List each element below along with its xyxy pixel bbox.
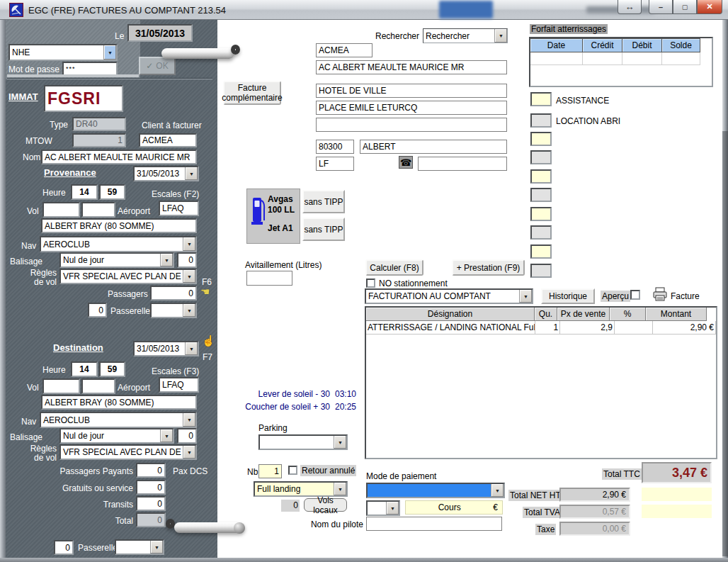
assistance-checkbox[interactable] [530, 92, 552, 106]
destination-place-field[interactable]: ALBERT BRAY (80 SOMME) [41, 395, 197, 410]
passerelle2-qty[interactable]: 0 [54, 540, 74, 555]
immat-field[interactable]: FGSRI [44, 85, 123, 112]
option-box-8[interactable] [530, 225, 552, 240]
invoice-row[interactable]: ATTERRISSAGE / LANDING NATIONAL Full lan… [366, 321, 716, 335]
customer-cp-field[interactable]: 80300 [316, 140, 354, 154]
gratuits-field[interactable]: 0 [136, 480, 166, 495]
provenance-minute-field[interactable]: 59 [99, 184, 125, 200]
destination-balisage-qty[interactable]: 0 [177, 428, 197, 444]
provenance-vol1-field[interactable] [42, 202, 80, 218]
passerelle2-combobox[interactable]: ▼ [115, 539, 164, 555]
chevron-down-icon[interactable]: ▼ [160, 429, 173, 442]
sans-tipp-jet-button[interactable]: sans TIPP [302, 218, 345, 241]
customer-name-field[interactable]: AC ALBERT MEAULTE MAURICE MR [316, 60, 507, 74]
facturation-mode-combobox[interactable]: FACTURATION AU COMPTANT ▼ [365, 288, 533, 304]
provenance-aeroport-field[interactable]: LFAQ [159, 201, 199, 216]
destination-date-combobox[interactable]: 31/05/2013 ▼ [133, 341, 199, 356]
customer-addr1-field[interactable]: HOTEL DE VILLE [316, 84, 507, 98]
provenance-passagers-field[interactable]: 0 [150, 286, 197, 300]
provenance-passerelle-qty[interactable]: 0 [88, 303, 107, 317]
ok-button[interactable]: ✓ OK [139, 57, 176, 75]
option-box-3[interactable] [530, 132, 552, 146]
chevron-down-icon[interactable]: ▼ [103, 45, 116, 60]
customer-code-field[interactable]: ACMEA [316, 43, 372, 57]
provenance-vol2-field[interactable] [81, 202, 115, 218]
option-box-4[interactable] [530, 150, 552, 164]
option-box-5[interactable] [530, 169, 552, 184]
rechercher-combobox[interactable]: Rechercher ▼ [423, 28, 508, 43]
provenance-passerelle-combobox[interactable]: ▼ [150, 303, 197, 318]
forfait-empty-row[interactable] [530, 52, 712, 65]
mode-paiement-combobox[interactable]: ▼ [366, 483, 505, 498]
minimize-button[interactable]: – [649, 0, 673, 14]
transits-field[interactable]: 0 [136, 496, 166, 511]
chevron-down-icon[interactable]: ▼ [185, 342, 198, 355]
customer-addr3-field[interactable] [316, 118, 507, 132]
provenance-hour-field[interactable]: 14 [71, 184, 98, 200]
destination-aeroport-field[interactable]: LFAQ [159, 377, 199, 393]
provenance-date-combobox[interactable]: 31/05/2013 ▼ [133, 166, 199, 181]
provenance-nav-combobox[interactable]: AEROCLUB ▼ [40, 236, 197, 252]
provenance-regles-combobox[interactable]: VFR SPECIAL AVEC PLAN DE VOL ▼ [59, 269, 197, 284]
printer-icon[interactable] [652, 287, 668, 301]
nb-field[interactable]: 1 [258, 464, 282, 478]
maximize-button[interactable]: ▢ [673, 0, 697, 14]
chevron-down-icon[interactable]: ▼ [334, 436, 346, 449]
destination-nav-combobox[interactable]: AEROCLUB ▼ [40, 412, 197, 428]
devise-combobox[interactable]: ▼ [366, 500, 400, 516]
chevron-down-icon[interactable]: ▼ [183, 237, 195, 251]
avitaillement-field[interactable] [246, 271, 292, 286]
vols-locaux-button[interactable]: Vols locaux [304, 498, 347, 512]
option-box-7[interactable] [530, 207, 552, 221]
customer-ville-field[interactable]: ALBERT [360, 140, 507, 154]
option-box-6[interactable] [530, 188, 552, 202]
chevron-down-icon[interactable]: ▼ [150, 541, 163, 553]
chevron-down-icon[interactable]: ▼ [519, 290, 532, 303]
client-code-field[interactable]: ACMEA [139, 133, 197, 147]
right-scrollbar[interactable] [722, 131, 728, 556]
resize-button[interactable]: ↔ [618, 0, 642, 14]
provenance-balisage-qty[interactable]: 0 [177, 252, 197, 268]
hand-up-icon[interactable]: ☝ [202, 335, 215, 347]
customer-phone-field[interactable] [418, 157, 507, 171]
chevron-down-icon[interactable]: ▼ [183, 413, 195, 427]
destination-regles-combobox[interactable]: VFR SPECIAL AVEC PLAN DE VOL ▼ [59, 444, 197, 460]
chevron-down-icon[interactable]: ▼ [185, 167, 198, 180]
historique-button[interactable]: Historique [541, 288, 595, 304]
apercu-checkbox[interactable] [630, 290, 640, 300]
payants-field[interactable]: 0 [136, 463, 166, 478]
redacted-toolbar-button[interactable] [439, 1, 493, 18]
facture-complementaire-button[interactable]: Facture complémentaire [223, 81, 281, 105]
user-combobox[interactable]: NHE ▼ [8, 44, 118, 61]
sans-tipp-avgas-button[interactable]: sans TIPP [302, 190, 345, 213]
destination-vol1-field[interactable] [42, 378, 80, 394]
nom-field[interactable]: AC ALBERT MEAULTE MAURICE MR [41, 150, 197, 164]
pilote-field[interactable] [366, 517, 502, 531]
chevron-down-icon[interactable]: ▼ [386, 502, 399, 515]
close-button[interactable]: ✕ [697, 0, 722, 14]
chevron-down-icon[interactable]: ▼ [491, 484, 504, 497]
no-stationnement-checkbox[interactable] [366, 279, 375, 288]
location-abri-checkbox[interactable] [530, 113, 552, 128]
destination-hour-field[interactable]: 14 [71, 361, 98, 377]
calculer-button[interactable]: Calculer (F8) [365, 259, 423, 276]
parking-combobox[interactable]: ▼ [258, 434, 348, 450]
destination-vol2-field[interactable] [81, 378, 115, 394]
prestation-button[interactable]: + Prestation (F9) [452, 259, 525, 276]
phone-icon[interactable]: ☎ [399, 156, 413, 169]
retour-annule-checkbox[interactable] [288, 466, 297, 475]
option-box-10[interactable] [530, 264, 552, 278]
chevron-down-icon[interactable]: ▼ [494, 29, 507, 43]
option-box-9[interactable] [530, 245, 552, 259]
provenance-balisage-combobox[interactable]: Nul de jour ▼ [59, 252, 174, 268]
chevron-down-icon[interactable]: ▼ [183, 446, 195, 459]
customer-country-field[interactable]: LF [316, 157, 354, 171]
provenance-place-field[interactable]: ALBERT BRAY (80 SOMME) [41, 218, 197, 233]
chevron-down-icon[interactable]: ▼ [183, 270, 195, 283]
facture-label[interactable]: Facture [671, 291, 700, 301]
destination-minute-field[interactable]: 59 [99, 361, 125, 377]
password-field[interactable]: *** [62, 62, 118, 76]
chevron-down-icon[interactable]: ▼ [334, 483, 346, 495]
chevron-down-icon[interactable]: ▼ [160, 254, 173, 266]
customer-addr2-field[interactable]: PLACE EMILE LETURCQ [316, 101, 507, 115]
